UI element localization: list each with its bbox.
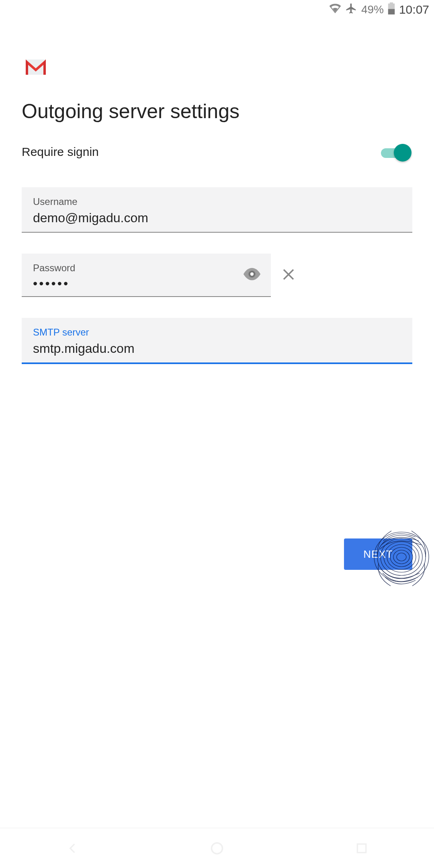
nav-recent-icon[interactable] bbox=[353, 839, 371, 857]
password-field-group: Password •••••• bbox=[22, 254, 412, 297]
svg-rect-1 bbox=[390, 2, 393, 4]
battery-percent: 49% bbox=[361, 3, 384, 16]
nav-back-icon[interactable] bbox=[63, 839, 82, 857]
clock-time: 10:07 bbox=[399, 3, 429, 16]
gmail-icon bbox=[26, 59, 46, 75]
status-bar: 49% 10:07 bbox=[0, 0, 434, 19]
main-content: Outgoing server settings Require signin … bbox=[0, 19, 434, 364]
airplane-mode-icon bbox=[345, 2, 357, 17]
username-label: Username bbox=[33, 196, 401, 207]
page-title: Outgoing server settings bbox=[22, 100, 412, 123]
clear-password-icon[interactable] bbox=[281, 267, 296, 283]
svg-rect-15 bbox=[357, 844, 366, 852]
password-masked-value: •••••• bbox=[33, 277, 239, 290]
require-signin-row: Require signin bbox=[22, 144, 412, 160]
wifi-icon bbox=[329, 3, 341, 16]
footer-actions: NEXT bbox=[344, 538, 412, 570]
svg-point-5 bbox=[250, 272, 254, 276]
require-signin-toggle[interactable] bbox=[381, 144, 408, 160]
svg-rect-2 bbox=[388, 9, 395, 14]
nav-home-icon[interactable] bbox=[208, 839, 226, 857]
smtp-label: SMTP server bbox=[33, 327, 401, 338]
svg-rect-3 bbox=[26, 59, 46, 75]
password-label: Password bbox=[33, 262, 239, 274]
svg-point-14 bbox=[212, 843, 223, 854]
navigation-bar bbox=[0, 828, 434, 868]
username-field[interactable]: Username demo@migadu.com bbox=[22, 187, 412, 233]
next-button[interactable]: NEXT bbox=[344, 538, 412, 570]
smtp-server-field[interactable]: SMTP server smtp.migadu.com bbox=[22, 318, 412, 364]
smtp-value: smtp.migadu.com bbox=[33, 341, 401, 356]
require-signin-label: Require signin bbox=[22, 145, 99, 159]
username-value: demo@migadu.com bbox=[33, 211, 401, 225]
battery-icon bbox=[388, 2, 395, 17]
smtp-field-group: SMTP server smtp.migadu.com bbox=[22, 318, 412, 364]
show-password-icon[interactable] bbox=[243, 268, 261, 282]
username-field-group: Username demo@migadu.com bbox=[22, 187, 412, 233]
password-field[interactable]: Password •••••• bbox=[22, 254, 271, 297]
